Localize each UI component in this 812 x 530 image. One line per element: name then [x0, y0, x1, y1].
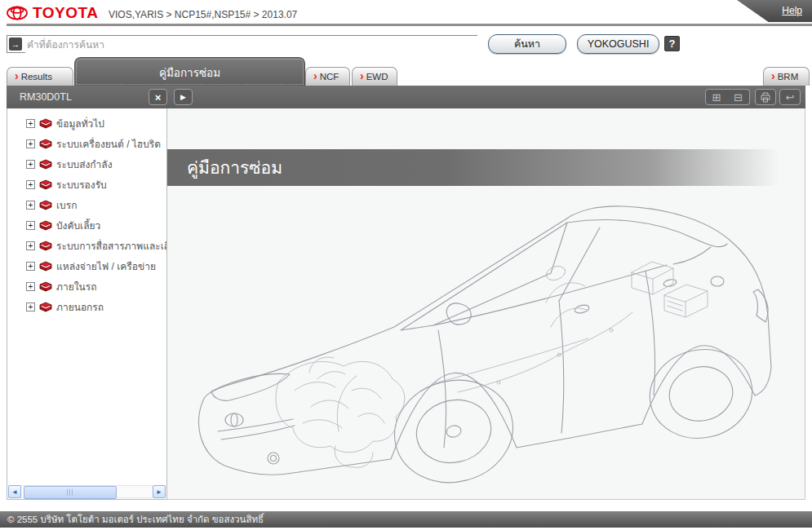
book-icon [39, 200, 52, 210]
zoom-out-button[interactable]: ⊟ [727, 89, 750, 105]
app-window: TOYOTA VIOS,YARIS > NCP15#,NSP15# > 2013… [0, 0, 812, 530]
chevron-icon: › [360, 70, 364, 82]
expand-toggle[interactable]: + [26, 160, 35, 169]
banner-title: คู่มือการซ่อม [187, 154, 282, 181]
tree-item-label: ภายนอกรถ [56, 299, 104, 315]
close-tree-button[interactable]: × [149, 89, 167, 105]
tab-results-label: Results [21, 72, 52, 82]
tree-item-exterior[interactable]: + ภายนอกรถ [7, 297, 166, 317]
tree-item-label: แหล่งจ่ายไฟ / เครือข่าย [56, 258, 156, 274]
tree-item-label: บังคับเลี้ยว [56, 218, 100, 233]
tab-repair-manual-label: คู่มือการซ่อม [159, 64, 220, 82]
tree-item-label: ระบบรองรับ [56, 177, 107, 192]
print-button[interactable] [755, 89, 776, 105]
manual-toolbar: RM30D0TL × ▶ ⊞ ⊟ ↩ [7, 86, 805, 108]
book-icon [39, 241, 52, 251]
expand-toggle[interactable]: + [26, 139, 35, 148]
tab-ewd[interactable]: › EWD [352, 67, 397, 86]
tree-item-interior[interactable]: + ภายในรถ [7, 276, 166, 297]
horizontal-scrollbar[interactable]: ◄ ► [8, 485, 166, 498]
printer-icon [760, 92, 771, 103]
zoom-out-icon: ⊟ [734, 91, 743, 104]
expand-toggle[interactable]: + [26, 201, 35, 210]
chevron-icon: › [15, 70, 19, 82]
toyota-logo: TOYOTA [7, 4, 98, 22]
copyright-text: © 2555 บริษัท โตโยต้า มอเตอร์ ประเทศไทย … [7, 515, 264, 524]
zoom-in-button[interactable]: ⊞ [705, 89, 728, 105]
help-tab[interactable]: Help [737, 0, 812, 22]
expand-toggle[interactable]: + [26, 282, 35, 291]
chevron-icon: › [313, 70, 317, 82]
expand-toggle[interactable]: + [26, 221, 35, 230]
scroll-right-button[interactable]: ► [153, 485, 166, 498]
return-icon: ↩ [786, 91, 795, 104]
go-arrow-icon[interactable]: → [9, 38, 22, 51]
tree-item-label: ระบบเครื่องยนต์ / ไฮบริด [56, 136, 161, 152]
brand-name: TOYOTA [33, 4, 98, 22]
content-pane: คู่มือการซ่อม [167, 108, 805, 500]
tree-item-label: เบรก [56, 197, 77, 213]
scroll-right-icon: ► [156, 488, 162, 496]
tree-item-label: ระบบส่งกำลัง [56, 157, 113, 172]
expand-toggle[interactable]: + [26, 119, 35, 128]
header-divider [7, 24, 812, 26]
book-icon [39, 220, 52, 231]
tree-item-av-communication[interactable]: + ระบบการสื่อสารภาพและเสียง [7, 236, 166, 256]
book-icon [39, 281, 52, 292]
toc-tree: + ข้อมูลทั่วไป + ระบบเครื่องยนต์ / ไฮบริ… [7, 113, 166, 317]
collapse-sidebar-button[interactable]: ▶ [174, 89, 193, 105]
tree-item-label: ระบบการสื่อสารภาพและเสียง [56, 238, 167, 254]
book-icon [39, 159, 52, 170]
search-field-wrap: → [7, 35, 477, 53]
section-banner: คู่มือการซ่อม [167, 149, 786, 186]
chevron-icon: › [771, 70, 775, 82]
expand-toggle[interactable]: + [26, 241, 35, 250]
scrollbar-track[interactable] [21, 485, 153, 498]
book-icon [39, 261, 52, 272]
tree-item-steering[interactable]: + บังคับเลี้ยว [7, 215, 166, 236]
car-illustration [187, 187, 795, 497]
tab-brm[interactable]: › BRM [763, 67, 810, 86]
book-icon [39, 118, 52, 129]
tree-item-label: ข้อมูลทั่วไป [56, 116, 104, 131]
help-link[interactable]: Help [782, 5, 802, 16]
expand-toggle[interactable]: + [26, 303, 35, 311]
footer-copyright-bar: © 2555 บริษัท โตโยต้า มอเตอร์ ประเทศไทย … [0, 511, 812, 528]
book-icon [39, 302, 52, 312]
breadcrumb: VIOS,YARIS > NCP15#,NSP15# > 2013.07 [109, 9, 297, 20]
tab-ncf-label: NCF [320, 72, 339, 82]
tree-item-power-source[interactable]: + แหล่งจ่ายไฟ / เครือข่าย [7, 256, 166, 276]
tab-ewd-label: EWD [366, 72, 388, 82]
toc-sidebar: + ข้อมูลทั่วไป + ระบบเครื่องยนต์ / ไฮบริ… [7, 108, 167, 500]
tree-item-powertrain[interactable]: + ระบบส่งกำลัง [7, 154, 166, 174]
book-icon [39, 139, 52, 149]
search-button[interactable]: ค้นหา [488, 34, 566, 54]
tab-brm-label: BRM [778, 72, 799, 82]
yokogushi-button[interactable]: YOKOGUSHI [577, 34, 659, 54]
scroll-left-button[interactable]: ◄ [8, 485, 21, 498]
tab-ncf[interactable]: › NCF [305, 67, 350, 86]
tree-item-suspension[interactable]: + ระบบรองรับ [7, 174, 166, 195]
scroll-left-icon: ◄ [11, 488, 18, 496]
help-question-button[interactable]: ? [664, 36, 680, 51]
tree-item-engine-hybrid[interactable]: + ระบบเครื่องยนต์ / ไฮบริด [7, 134, 166, 154]
scrollbar-thumb[interactable] [24, 486, 117, 499]
tab-repair-manual-active[interactable]: คู่มือการซ่อม [74, 57, 305, 86]
zoom-in-icon: ⊞ [712, 91, 721, 104]
toyota-emblem-icon [7, 5, 28, 21]
expand-toggle[interactable]: + [26, 262, 35, 271]
return-button[interactable]: ↩ [779, 89, 801, 105]
tree-item-label: ภายในรถ [56, 279, 96, 294]
close-icon: × [155, 91, 162, 104]
tree-item-brake[interactable]: + เบรก [7, 195, 166, 215]
book-icon [39, 179, 52, 190]
search-input[interactable] [25, 36, 477, 54]
play-icon: ▶ [180, 93, 186, 101]
tree-item-general[interactable]: + ข้อมูลทั่วไป [7, 113, 166, 134]
tab-results[interactable]: › Results [7, 67, 73, 86]
manual-code: RM30D0TL [20, 91, 72, 103]
expand-toggle[interactable]: + [26, 180, 35, 189]
